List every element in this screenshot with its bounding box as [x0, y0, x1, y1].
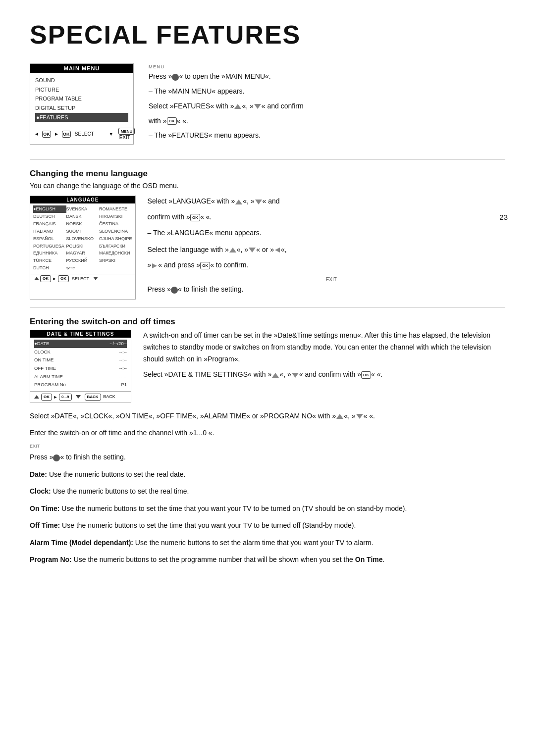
lang-dansk: DANSK — [66, 213, 100, 220]
dt-alarmtime-label: ALARM TIME — [34, 373, 63, 381]
lang-text1: Select »LANGUAGE« with »«, »« and — [148, 196, 505, 207]
arrow-up-lang — [34, 277, 39, 280]
up-arr-dt — [271, 372, 279, 379]
lang-francais: FRANÇAIS — [33, 220, 66, 228]
ontime-text: Use the numeric buttons to set the time … — [59, 504, 407, 512]
date-bold: Date: — [30, 470, 47, 478]
section-language-title: Changing the menu language — [30, 169, 505, 179]
svg-marker-7 — [152, 263, 157, 268]
intro-line4: with »OK« «. — [149, 115, 505, 127]
arrow-right-icon: ► — [54, 131, 59, 137]
datetime-box: DATE & TIME SETTINGS ●DATE --/--/20-- CL… — [30, 330, 131, 403]
language-box: LANGUAGE ●ENGLISH DEUTSCH FRANÇAIS ITALI… — [30, 196, 136, 300]
lang-exit-label: EXIT — [158, 275, 505, 284]
lang-slovencina: SLOVENČINA — [99, 228, 132, 235]
dt-clock-label: CLOCK — [34, 348, 51, 356]
lang-espanol: ESPAÑOL — [33, 235, 66, 243]
svg-marker-4 — [229, 248, 236, 252]
ok-confirm2: OK — [200, 262, 210, 269]
ontime-bold: On Time: — [30, 504, 59, 512]
lang-turkce: TÜRKCE — [33, 257, 66, 264]
dt-date-row: ●DATE --/--/20-- — [34, 340, 127, 348]
offtime-bold: Off Time: — [30, 521, 60, 529]
menu-label: MENU — [149, 63, 505, 71]
dn-arr2 — [248, 247, 256, 253]
progno-text2: . — [383, 555, 385, 563]
lang-romaneste: ROMANESTE — [99, 205, 132, 213]
menu-item-program-table: PROGRAM TABLE — [35, 94, 128, 103]
select-label: SELECT — [75, 131, 94, 137]
intro-line5: – The »FEATURES« menu appears. — [149, 130, 505, 142]
lang-yiddish: ייִדיש — [66, 264, 100, 272]
lang-eduhnika: EДUHНИКА — [33, 250, 66, 257]
lang-balgarski: БЪЛГАРСКИ — [99, 243, 132, 250]
lang-polinski: POLISKI — [66, 243, 100, 250]
svg-marker-9 — [292, 373, 299, 378]
lang-footer-arrows: OK ► OK — [40, 275, 69, 282]
main-menu-footer: ◄ OK ► OK SELECT ▼ MENU EXIT — [30, 125, 133, 143]
alarm-bold: Alarm Time (Model dependant): — [30, 539, 133, 547]
circle-exit-dt — [53, 454, 60, 461]
up-arr1 — [235, 199, 243, 205]
lang-slovensko: SLOVENSKO — [66, 235, 100, 243]
lang-text6: Press »« to finish the setting. — [148, 284, 505, 296]
svg-marker-0 — [234, 104, 241, 109]
menu-btn: MENU — [118, 128, 135, 135]
language-two-col: LANGUAGE ●ENGLISH DEUTSCH FRANÇAIS ITALI… — [30, 196, 505, 300]
dn-arr1 — [255, 199, 263, 205]
select-lang-label: SELECT — [72, 276, 89, 281]
ok-dt-btn: OK — [361, 371, 371, 379]
lang-italiano: ITALIANO — [33, 228, 66, 235]
dt-back-btn: BACK — [85, 394, 101, 401]
divider-1 — [30, 159, 505, 160]
datetime-two-col: DATE & TIME SETTINGS ●DATE --/--/20-- CL… — [30, 330, 505, 403]
svg-marker-2 — [235, 200, 242, 204]
divider-2 — [30, 307, 505, 308]
dt-para2: Select »DATE & TIME SETTINGS« with »«, »… — [143, 369, 505, 381]
dt-para1: A switch-on and off timer can be set in … — [143, 330, 505, 365]
select-btn: OK — [62, 131, 71, 138]
lang-english: ●ENGLISH — [33, 205, 66, 213]
main-menu-items: SOUND PICTURE PROGRAM TABLE DIGITAL SETU… — [30, 73, 133, 125]
main-menu-header: MAIN MENU — [30, 64, 133, 73]
svg-marker-1 — [254, 104, 261, 109]
dt-ontime-row: ON TIME --:-- — [34, 356, 127, 364]
dt-box-header: DATE & TIME SETTINGS — [30, 330, 131, 338]
clock-bold: Clock: — [30, 487, 51, 495]
lang-srpski: SRPSKI — [99, 257, 132, 264]
offtime-text: Use the numeric buttons to set the time … — [60, 521, 356, 529]
dt-footer-back: BACK BACK — [85, 394, 115, 401]
lang-hiruatski: HIRUATSKI — [99, 213, 132, 220]
lang-norsk: NORSK — [66, 220, 100, 228]
top-section: MAIN MENU SOUND PICTURE PROGRAM TABLE DI… — [30, 63, 505, 145]
lang-col2: SVENSKA DANSK NORSK SUOMI SLOVENSKO POLI… — [66, 205, 100, 272]
svg-marker-3 — [255, 200, 262, 204]
dt-offtime-label: OFF TIME — [34, 364, 56, 373]
left-arr2 — [274, 247, 281, 253]
lang-suomi: SUOMI — [66, 228, 100, 235]
lang-col1: ●ENGLISH DEUTSCH FRANÇAIS ITALIANO ESPAÑ… — [33, 205, 66, 272]
lang-text4: Select the language with »«, »« or »«, — [148, 244, 505, 256]
lang-magyar: MAGYAR — [66, 250, 100, 257]
dt-alarmtime-value: --:-- — [119, 373, 127, 381]
exit-label: EXIT — [119, 135, 130, 140]
dt-alarm-desc: Alarm Time (Model dependant): Use the nu… — [30, 537, 505, 549]
dt-date-value: --/--/20-- — [109, 340, 127, 348]
dt-footer-arrow-up — [34, 395, 39, 399]
dn-arr-sel — [356, 413, 364, 420]
svg-marker-11 — [356, 414, 363, 419]
language-right-text: Select »LANGUAGE« with »«, »« and confir… — [148, 196, 505, 300]
lang-text2: confirm with »OK« «. — [148, 211, 505, 223]
arrow-left-icon: ◄ — [34, 131, 39, 137]
language-grid: ●ENGLISH DEUTSCH FRANÇAIS ITALIANO ESPAÑ… — [30, 203, 135, 274]
svg-marker-6 — [275, 248, 280, 252]
dt-items: ●DATE --/--/20-- CLOCK --:-- ON TIME --:… — [30, 338, 131, 391]
lang-col3: ROMANESTE HIRUATSKI ČESTINA SLOVENČINA G… — [99, 205, 132, 272]
progno-bold2: On Time — [355, 555, 383, 563]
dt-clock-desc: Clock: Use the numeric buttons to set th… — [30, 485, 505, 498]
menu-item-digital-setup: DIGITAL SETUP — [35, 103, 128, 113]
main-menu-box: MAIN MENU SOUND PICTURE PROGRAM TABLE DI… — [30, 63, 134, 145]
lang-portuguesa: PORTUGUESA — [33, 243, 66, 250]
menu-item-picture: PICTURE — [35, 85, 128, 95]
ok-lang-confirm: OK — [190, 214, 200, 221]
